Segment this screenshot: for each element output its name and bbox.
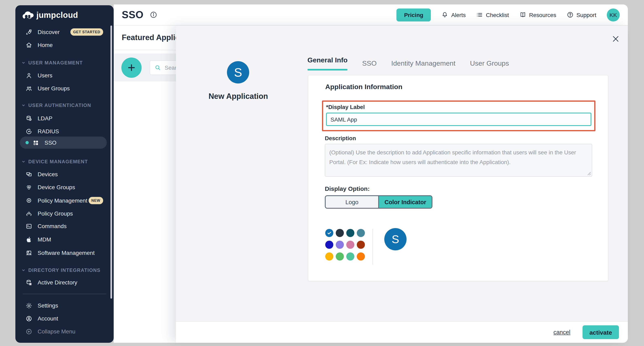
question-icon: [567, 11, 574, 18]
color-swatch[interactable]: [336, 252, 344, 261]
sidebar-section-device-management[interactable]: DEVICE MANAGEMENT: [15, 156, 114, 167]
modal-tabs: General Info SSO Identity Management Use…: [308, 56, 509, 71]
resize-handle-icon[interactable]: [587, 172, 591, 176]
sidebar-divider: [23, 294, 106, 294]
sidebar: jumpcloud Discover GET STARTED Home USER…: [15, 5, 114, 343]
sidebar-item-software-management[interactable]: Software Management: [15, 247, 114, 259]
close-icon[interactable]: [611, 35, 620, 43]
sidebar-item-label: Home: [38, 42, 53, 48]
collapse-icon: [26, 328, 32, 335]
sidebar-item-user-groups[interactable]: User Groups: [15, 82, 114, 94]
sidebar-item-sso-active[interactable]: SSO: [20, 136, 107, 149]
add-application-button[interactable]: [121, 58, 142, 78]
sidebar-item-discover[interactable]: Discover GET STARTED: [15, 26, 114, 38]
chevron-down-icon: [22, 268, 26, 272]
check-icon: [325, 229, 333, 237]
cancel-button[interactable]: cancel: [554, 329, 570, 335]
sidebar-item-policy-groups[interactable]: Policy Groups: [15, 208, 114, 220]
sidebar-item-users[interactable]: Users: [15, 69, 114, 81]
resources-button[interactable]: Resources: [520, 11, 556, 18]
color-swatch[interactable]: [357, 229, 365, 237]
sidebar-item-settings[interactable]: Settings: [15, 299, 114, 311]
tab-user-groups[interactable]: User Groups: [470, 56, 509, 71]
apple-icon: [26, 236, 32, 243]
chevron-down-icon: [22, 61, 26, 65]
new-application-modal: S New Application General Info SSO Ident…: [176, 26, 628, 343]
sidebar-section-directory-integrations[interactable]: DIRECTORY INTEGRATIONS: [15, 265, 114, 275]
active-dot: [26, 141, 29, 144]
venn-icon: [26, 184, 32, 191]
sidebar-item-active-directory[interactable]: Active Directory: [15, 276, 114, 288]
application-name: New Application: [176, 92, 300, 101]
sidebar-item-device-groups[interactable]: Device Groups: [15, 181, 114, 193]
pricing-button[interactable]: Pricing: [396, 8, 431, 21]
application-information-card: Application Information *Display Label D…: [308, 75, 608, 281]
swatch-preview-divider: [372, 229, 373, 265]
sidebar-item-ldap[interactable]: LDAP: [15, 112, 114, 124]
user-group-icon: [26, 85, 32, 92]
rocket-icon: [26, 29, 32, 36]
color-indicator-option-button[interactable]: Color Indicator: [378, 196, 432, 208]
chevron-down-icon: [22, 103, 26, 107]
page-title: SSO: [122, 9, 144, 21]
book-icon: [520, 11, 526, 18]
sidebar-item-collapse-menu[interactable]: Collapse Menu: [15, 325, 114, 337]
color-swatch[interactable]: [346, 252, 354, 261]
devices-icon: [26, 171, 32, 178]
jumpcloud-logo: jumpcloud: [22, 11, 78, 20]
account-icon: [26, 315, 32, 322]
sidebar-scrollbar[interactable]: [110, 26, 112, 299]
color-swatch[interactable]: [357, 252, 365, 261]
checklist-button[interactable]: Checklist: [476, 11, 509, 18]
sidebar-item-commands[interactable]: Commands: [15, 220, 114, 232]
description-textarea[interactable]: [325, 144, 592, 177]
sidebar-item-policy-management[interactable]: Policy Management NEW: [15, 195, 114, 207]
color-swatch[interactable]: [336, 241, 344, 249]
display-label-highlight: *Display Label: [322, 100, 596, 131]
sidebar-section-user-authentication[interactable]: USER AUTHENTICATION: [15, 100, 114, 111]
search-icon: [154, 64, 161, 71]
support-button[interactable]: Support: [567, 11, 596, 18]
color-swatch[interactable]: [346, 241, 354, 249]
modal-footer: cancel activate: [176, 321, 628, 343]
sidebar-item-devices[interactable]: Devices: [15, 168, 114, 180]
radar-icon: [26, 128, 32, 135]
color-swatch[interactable]: [325, 241, 333, 249]
policy-groups-icon: [26, 210, 32, 217]
user-avatar[interactable]: KK: [607, 8, 620, 21]
policy-icon: [26, 197, 32, 204]
tab-sso[interactable]: SSO: [362, 56, 376, 71]
gear-icon: [26, 302, 32, 309]
plus-icon: [126, 63, 136, 73]
new-badge: NEW: [88, 197, 103, 204]
activate-button[interactable]: activate: [582, 325, 619, 339]
color-swatch[interactable]: [325, 252, 333, 261]
sidebar-item-account[interactable]: Account: [15, 312, 114, 324]
tab-identity-management[interactable]: Identity Management: [391, 56, 456, 71]
color-swatch[interactable]: [357, 241, 365, 249]
sidebar-section-user-management[interactable]: USER MANAGEMENT: [15, 58, 114, 68]
database-icon: [26, 115, 32, 122]
chevron-down-icon: [22, 160, 26, 164]
sidebar-item-home[interactable]: Home: [15, 39, 114, 51]
get-started-badge: GET STARTED: [70, 28, 103, 36]
card-heading: Application Information: [325, 83, 402, 91]
info-icon[interactable]: [150, 11, 157, 19]
cloud-logo-icon: [22, 11, 34, 19]
color-swatch-selected[interactable]: [325, 229, 333, 237]
color-indicator-preview: S: [384, 228, 406, 250]
sidebar-item-mdm[interactable]: MDM: [15, 233, 114, 246]
sidebar-item-radius[interactable]: RADIUS: [15, 125, 114, 137]
tab-general-info[interactable]: General Info: [308, 56, 348, 71]
software-icon: [26, 249, 32, 256]
app-grid-icon: [32, 139, 39, 146]
logo-option-button[interactable]: Logo: [326, 196, 378, 208]
display-label-input[interactable]: [326, 113, 592, 126]
active-tab-underline: [308, 69, 348, 71]
description-label: Description: [325, 135, 356, 141]
color-swatch[interactable]: [346, 229, 354, 237]
app-window: jumpcloud Discover GET STARTED Home USER…: [0, 0, 644, 346]
alerts-button[interactable]: Alerts: [442, 11, 466, 18]
color-swatch[interactable]: [336, 229, 344, 237]
sidebar-item-label: Discover: [38, 29, 60, 35]
